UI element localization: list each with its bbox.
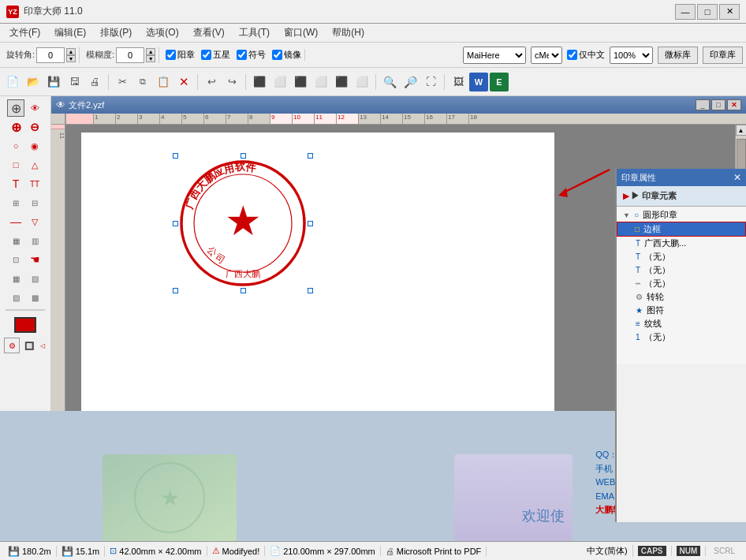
chinese-only-checkbox[interactable] (567, 50, 577, 60)
tree-item-text1[interactable]: T 广西大鹏... (617, 237, 746, 250)
circle-stamp-tool[interactable]: ○ (7, 137, 24, 155)
fuhao-checkbox-label[interactable]: 符号 (237, 49, 266, 61)
menu-tools[interactable]: 工具(T) (233, 24, 276, 41)
align-middle-icon[interactable]: ⬛ (332, 73, 351, 91)
stamp-wrapper[interactable]: ★ 广西大鹏应用软件 公 司 (176, 156, 310, 290)
redo-icon[interactable]: ↪ (222, 73, 241, 91)
canvas-close[interactable]: ✕ (727, 99, 741, 110)
eye-tool[interactable]: 👁 (26, 99, 43, 117)
blur-up[interactable]: ▲ (146, 48, 155, 55)
tree-item-gear[interactable]: ⚙ 转轮 (617, 290, 746, 304)
text2-tool[interactable]: TT (26, 175, 43, 192)
menu-file[interactable]: 文件(F) (3, 24, 47, 41)
undo-icon[interactable]: ↩ (202, 73, 221, 91)
vscroll-thumb[interactable] (737, 139, 746, 170)
arrow-tool[interactable]: ▽ (26, 213, 43, 230)
style-selector[interactable]: cMe (531, 47, 562, 64)
paste-icon[interactable]: 📋 (154, 73, 173, 91)
close-button[interactable]: ✕ (719, 4, 740, 20)
menu-window[interactable]: 窗口(W) (278, 24, 324, 41)
oval-stamp-tool[interactable]: ◉ (26, 137, 43, 155)
grid6-tool[interactable]: ▩ (26, 289, 43, 306)
grid-tool2[interactable]: ⊟ (26, 194, 43, 211)
align-right-icon[interactable]: ⬛ (291, 73, 310, 91)
pattern-tool[interactable]: ▥ (26, 232, 43, 249)
yang-checkbox[interactable] (166, 50, 176, 60)
expand-left[interactable]: ◁ (39, 338, 47, 353)
select-tool[interactable]: ⊕ (7, 99, 24, 117)
copy-icon[interactable]: ⧉ (133, 73, 152, 91)
zoom-in-tool[interactable]: ⊕ (7, 118, 24, 136)
grid-tool1[interactable]: ⊞ (7, 194, 24, 211)
canvas-minimize[interactable]: _ (696, 99, 710, 110)
printer-icon: 🖨 (386, 547, 394, 556)
triangle-stamp-tool[interactable]: △ (26, 156, 43, 174)
jingxiang-checkbox[interactable] (272, 50, 282, 60)
menu-options[interactable]: 选项(O) (140, 24, 185, 41)
panel-close-button[interactable]: ✕ (733, 172, 741, 183)
excel-icon[interactable]: E (490, 73, 509, 91)
eyedropper[interactable]: 🔲 (21, 338, 37, 353)
yang-checkbox-label[interactable]: 阳章 (166, 49, 195, 61)
align-bottom-icon[interactable]: ⬜ (352, 73, 371, 91)
cut-icon[interactable]: ✂ (113, 73, 132, 91)
tree-item-none2[interactable]: T （无） (617, 263, 746, 277)
color-settings[interactable]: ⚙ (4, 338, 20, 353)
fuhao-checkbox[interactable] (237, 50, 247, 60)
image-insert-tool[interactable]: ⊡ (7, 251, 24, 268)
blur-down[interactable]: ▼ (146, 55, 155, 62)
save-icon[interactable]: 💾 (44, 73, 63, 91)
hand-tool[interactable]: ☚ (26, 251, 43, 268)
rotation-input[interactable] (36, 47, 65, 63)
tree-item-symbol[interactable]: ★ 图符 (617, 304, 746, 317)
zoom-out-icon[interactable]: 🔎 (401, 73, 420, 91)
rotation-up[interactable]: ▲ (66, 48, 76, 55)
yinzhangku-button[interactable]: 印章库 (703, 47, 743, 64)
align-center-icon[interactable]: ⬜ (270, 73, 289, 91)
open-icon[interactable]: 📂 (24, 73, 43, 91)
text-tool[interactable]: T (7, 175, 24, 192)
rotation-down[interactable]: ▼ (66, 55, 76, 62)
menu-help[interactable]: 帮助(H) (326, 24, 371, 41)
tree-item-lines[interactable]: ≡ 纹线 (617, 317, 746, 330)
wuxing-checkbox[interactable] (201, 50, 211, 60)
blur-input[interactable] (116, 47, 144, 63)
menu-layout[interactable]: 排版(P) (94, 24, 138, 41)
zoom-selector[interactable]: 100% (610, 47, 653, 64)
weibiaoku-button[interactable]: 微标库 (658, 47, 698, 64)
chinese-only-label[interactable]: 仅中文 (567, 49, 605, 61)
rect-draw-tool[interactable]: ▦ (7, 232, 24, 249)
delete-icon[interactable]: ✕ (174, 73, 193, 91)
save-as-icon[interactable]: 🖫 (65, 73, 84, 91)
fit-page-icon[interactable]: ⛶ (421, 73, 440, 91)
align-top-icon[interactable]: ⬜ (311, 73, 330, 91)
minimize-button[interactable]: — (675, 4, 696, 20)
grid5-tool[interactable]: ▨ (7, 289, 24, 306)
line-tool[interactable]: — (7, 213, 24, 230)
zoom-in-icon[interactable]: 🔍 (380, 73, 399, 91)
wuxing-checkbox-label[interactable]: 五星 (201, 49, 230, 61)
maximize-button[interactable]: □ (697, 4, 718, 20)
canvas-restore[interactable]: □ (711, 99, 725, 110)
grid4-tool[interactable]: ▧ (26, 270, 43, 287)
color-swatch-red[interactable] (14, 317, 36, 333)
welcome-text: 欢迎使 (522, 506, 565, 525)
tree-item-circle-stamp[interactable]: ▼ ○ 圆形印章 (617, 208, 746, 222)
tree-item-none1[interactable]: T （无） (617, 250, 746, 263)
tree-item-border[interactable]: □ 边框 (617, 222, 746, 237)
jingxiang-checkbox-label[interactable]: 镜像 (272, 49, 301, 61)
grid3-tool[interactable]: ▦ (7, 270, 24, 287)
zoom-out-tool[interactable]: ⊖ (26, 118, 43, 136)
image-icon[interactable]: 🖼 (449, 73, 468, 91)
font-selector[interactable]: MaiHere (463, 47, 526, 64)
tree-item-none3[interactable]: ━ （无） (617, 277, 746, 290)
menu-view[interactable]: 查看(V) (187, 24, 231, 41)
new-icon[interactable]: 📄 (3, 73, 22, 91)
tree-item-none4[interactable]: 1 （无） (617, 330, 746, 344)
align-left-icon[interactable]: ⬛ (250, 73, 269, 91)
menu-edit[interactable]: 编辑(E) (48, 24, 92, 41)
print-setup-icon[interactable]: 🖨 (85, 73, 104, 91)
vscroll-up[interactable]: ▲ (736, 125, 747, 136)
word-icon[interactable]: W (469, 73, 488, 91)
rect-stamp-tool[interactable]: □ (7, 156, 24, 174)
